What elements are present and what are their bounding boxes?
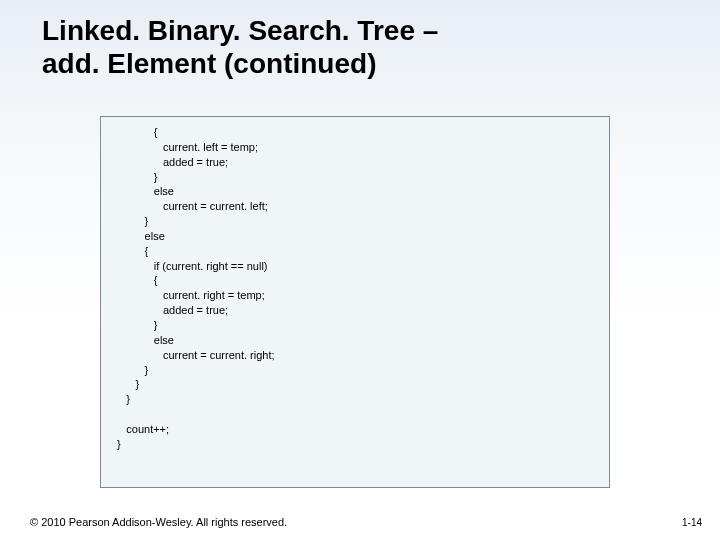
title-line-2: add. Element (continued) <box>42 48 376 79</box>
page-number: 1-14 <box>682 517 702 528</box>
slide-title: Linked. Binary. Search. Tree – add. Elem… <box>42 14 690 80</box>
code-block: { current. left = temp; added = true; } … <box>100 116 610 488</box>
title-line-1: Linked. Binary. Search. Tree – <box>42 15 438 46</box>
copyright-footer: © 2010 Pearson Addison-Wesley. All right… <box>30 516 287 528</box>
slide: Linked. Binary. Search. Tree – add. Elem… <box>0 0 720 540</box>
